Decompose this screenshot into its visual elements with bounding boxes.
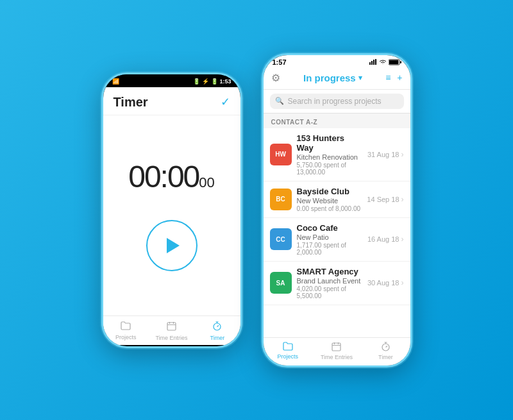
timer-screen: Timer ✓ 00:00 00 Pro [103, 87, 240, 345]
timer-icon-left [212, 321, 222, 333]
search-icon: 🔍 [275, 97, 284, 105]
project-sub-sa: Brand Launch Event [297, 277, 362, 285]
left-signal: 📶 [112, 78, 119, 85]
play-button-container[interactable] [146, 220, 198, 271]
nav-label-timeentries-left: Time Entries [155, 335, 187, 341]
timer-check-icon[interactable]: ✓ [221, 95, 230, 109]
chevron-right-icon-sa: › [401, 278, 404, 287]
header-title-area[interactable]: In progress ▾ [303, 72, 362, 83]
nav-item-timeentries-left[interactable]: Time Entries [149, 316, 194, 345]
project-info-hw: 153 Hunters Way Kitchen Renovation 5,750… [297, 133, 362, 176]
nav-item-projects-right[interactable]: Projects [264, 338, 312, 363]
timer-icon-right [381, 342, 391, 353]
chevron-right-icon-cc: › [401, 235, 404, 244]
right-status-icons [369, 59, 401, 65]
project-date-area-bc: 14 Sep 18 › [367, 195, 403, 204]
chevron-right-icon-hw: › [401, 150, 404, 159]
project-sub-cc: New Patio [297, 233, 362, 241]
gear-icon[interactable]: ⚙ [271, 72, 280, 84]
project-date-bc: 14 Sep 18 [367, 196, 399, 203]
project-avatar-cc: CC [270, 228, 292, 250]
timer-header: Timer ✓ [103, 87, 240, 115]
search-bar: 🔍 Search in progress projects [264, 90, 410, 113]
nav-item-timer-left[interactable]: Timer [194, 316, 240, 345]
right-screen: ⚙ In progress ▾ ≡ + 🔍 Search in progress… [264, 68, 410, 365]
project-spent-hw: 5,750.00 spent of 13,000.00 [297, 162, 362, 176]
wifi-icon [380, 60, 386, 65]
project-date-sa: 30 Aug 18 [367, 279, 399, 287]
svg-rect-14 [400, 61, 401, 63]
left-bottom-nav: Projects Time Entries [103, 315, 240, 345]
project-date-hw: 31 Aug 18 [367, 151, 399, 158]
list-item[interactable]: CC Coco Cafe New Patio 1,717.00 spent of… [264, 218, 410, 262]
section-label: CONTACT A-Z [264, 113, 410, 128]
left-time: ⚡ 🔋 1:53 [202, 78, 231, 85]
app-header: ⚙ In progress ▾ ≡ + [264, 68, 410, 90]
project-date-area-hw: 31 Aug 18 › [367, 150, 404, 159]
project-date-area-sa: 30 Aug 18 › [367, 278, 404, 287]
nav-label-timeentries-right: Time Entries [321, 354, 353, 360]
project-list: HW 153 Hunters Way Kitchen Renovation 5,… [264, 128, 410, 337]
project-sub-bc: New Website [297, 197, 362, 205]
list-icon[interactable]: ≡ [385, 72, 391, 83]
play-icon [167, 238, 180, 253]
svg-rect-15 [332, 343, 341, 351]
project-name-hw: 153 Hunters Way [297, 133, 362, 153]
list-item[interactable]: HW 153 Hunters Way Kitchen Renovation 5,… [264, 128, 410, 181]
search-placeholder-text: Search in progress projects [288, 97, 382, 106]
svg-rect-0 [167, 323, 176, 330]
nav-item-timeentries-right[interactable]: Time Entries [312, 338, 361, 363]
nav-item-projects-left[interactable]: Projects [103, 316, 149, 345]
timer-digits: 00:00 00 [128, 159, 215, 194]
project-avatar-sa: SA [270, 272, 292, 294]
right-bottom-nav: Projects Time Entries [264, 337, 410, 365]
project-avatar-bc: BC [270, 189, 292, 210]
svg-rect-9 [371, 61, 373, 65]
folder-icon-right [283, 342, 293, 353]
timer-title: Timer [114, 95, 148, 110]
avatar-initials-bc: BC [276, 196, 285, 203]
project-name-cc: Coco Cafe [297, 223, 362, 233]
play-button[interactable] [146, 220, 198, 271]
nav-item-timer-right[interactable]: Timer [361, 338, 410, 363]
avatar-initials-hw: HW [275, 151, 286, 158]
project-info-bc: Bayside Club New Website 0.00 spent of 8… [297, 187, 362, 212]
svg-rect-13 [389, 60, 398, 63]
right-time: 1:57 [273, 58, 287, 66]
project-sub-hw: Kitchen Renovation [297, 153, 362, 161]
project-avatar-hw: HW [270, 144, 292, 165]
nav-label-timer-right: Timer [378, 354, 393, 360]
signal-icon [369, 59, 377, 65]
svg-line-6 [217, 325, 219, 326]
project-name-bc: Bayside Club [297, 187, 362, 196]
left-phone: 📶 🔋 ⚡ 🔋 1:53 Timer ✓ 00:00 00 [101, 72, 242, 348]
timer-display-area: 00:00 00 [103, 115, 240, 315]
list-item[interactable]: BC Bayside Club New Website 0.00 spent o… [264, 181, 410, 218]
list-item[interactable]: SA SMART Agency Brand Launch Event 4,020… [264, 262, 410, 305]
project-spent-cc: 1,717.00 spent of 2,000.00 [297, 242, 362, 256]
project-date-area-cc: 16 Aug 18 › [367, 235, 404, 244]
search-input-wrapper[interactable]: 🔍 Search in progress projects [270, 94, 404, 109]
nav-label-projects-right: Projects [277, 353, 298, 360]
add-icon[interactable]: + [397, 72, 402, 83]
svg-line-21 [385, 346, 387, 347]
nav-label-timer-left: Timer [210, 335, 224, 341]
right-phone: 1:57 ⚙ In progres [262, 53, 412, 367]
header-right-icons: ≡ + [385, 72, 402, 83]
project-date-cc: 16 Aug 18 [367, 235, 399, 243]
left-status-right: 🔋 ⚡ 🔋 1:53 [193, 78, 231, 85]
left-battery-icon: 🔋 [193, 78, 200, 85]
svg-rect-11 [375, 59, 376, 65]
left-status-bar: 📶 🔋 ⚡ 🔋 1:53 [103, 74, 240, 87]
calendar-icon-left [167, 321, 176, 333]
chevron-right-icon-bc: › [401, 195, 404, 204]
nav-label-projects-left: Projects [115, 334, 137, 340]
folder-icon [121, 321, 131, 333]
svg-rect-10 [373, 60, 374, 65]
timer-centiseconds: 00 [199, 174, 214, 191]
avatar-initials-sa: SA [276, 280, 285, 287]
battery-icon [389, 59, 401, 65]
project-info-cc: Coco Cafe New Patio 1,717.00 spent of 2,… [297, 223, 362, 256]
right-status-bar: 1:57 [264, 55, 410, 68]
timer-main-display: 00:00 [128, 159, 199, 194]
